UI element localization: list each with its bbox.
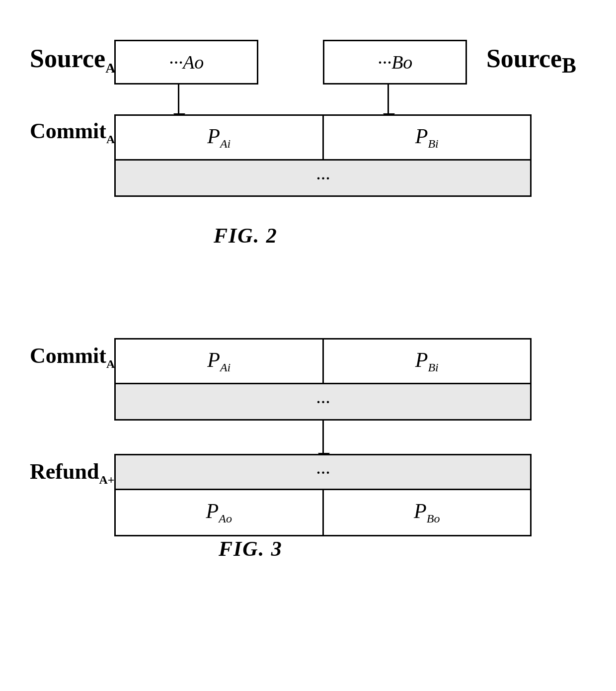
refund-pao: PAo: [206, 499, 232, 525]
source-a-text: Source: [30, 44, 105, 73]
refund-text: Refund: [30, 459, 99, 484]
arrow-b: [387, 85, 389, 114]
commit-a-text: Commit: [30, 119, 106, 143]
source-a-box: ···Ao: [114, 40, 258, 85]
arrow-down-mid: [322, 419, 324, 454]
commit3-box: PAi PBi ···: [114, 338, 532, 421]
source-a-content: ···Ao: [169, 51, 204, 73]
commit-cell-left: PAi: [116, 116, 324, 159]
commit3-pbi: PBi: [415, 348, 439, 374]
commit-a-box: PAi PBi ···: [114, 114, 532, 197]
fig2-caption: FIG. 2: [214, 224, 278, 248]
commit-row-top: PAi PBi: [116, 116, 530, 161]
commit-row-bottom: ···: [116, 161, 530, 195]
commit-pbi: PBi: [415, 124, 439, 151]
commit-dots: ···: [316, 167, 330, 189]
refund-row-top: ···: [116, 455, 530, 490]
commit3-cell-left: PAi: [116, 340, 324, 383]
refund-label: RefundA+B: [30, 459, 122, 487]
commit3-row-bottom: ···: [116, 384, 530, 419]
commit3-text: Commit: [30, 344, 106, 368]
source-b-label: SourceB: [486, 44, 576, 78]
refund-pbo: PBo: [414, 499, 440, 525]
commit3-row-top: PAi PBi: [116, 340, 530, 384]
refund-box: ··· PAo PBo: [114, 454, 532, 536]
source-a-label: SourceA: [30, 44, 115, 76]
source-b-text: Source: [486, 44, 562, 73]
source-b-sub: B: [562, 53, 576, 77]
diagram-container: SourceA ···Ao ···Bo SourceB CommitA+B: [0, 0, 616, 691]
source-b-box: ···Bo: [323, 40, 467, 85]
commit-pai: PAi: [207, 124, 231, 151]
refund-row-bottom: PAo PBo: [116, 490, 530, 535]
fig3-caption: FIG. 3: [219, 537, 283, 561]
arrow-a: [178, 85, 179, 114]
commit3-dots: ···: [316, 391, 330, 413]
refund-dots: ···: [316, 461, 330, 483]
refund-cell-right: PBo: [324, 490, 531, 535]
commit3-cell-right: PBi: [324, 340, 531, 383]
commit3-pai: PAi: [207, 348, 231, 374]
commit-cell-right: PBi: [324, 116, 531, 159]
refund-cell-left: PAo: [116, 490, 324, 535]
source-b-content: ···Bo: [378, 51, 413, 73]
